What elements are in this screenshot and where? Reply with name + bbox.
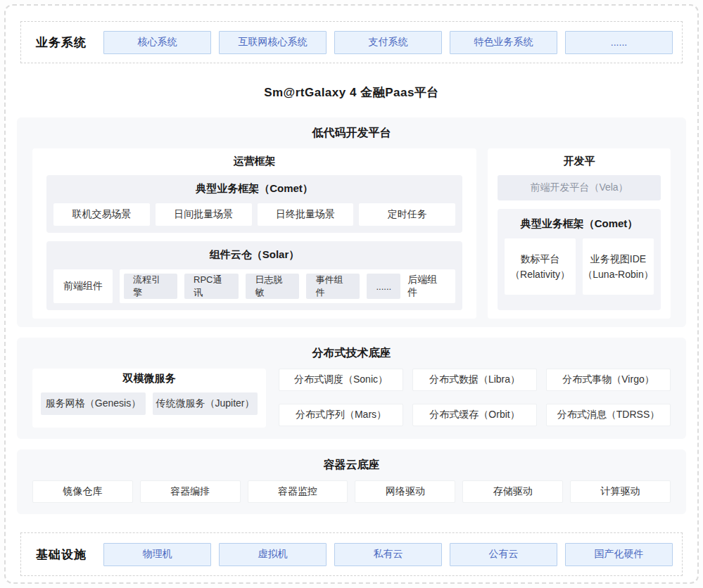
dev-item-relativity-name: 数标平台 [521,251,560,267]
distributed-items-grid: 分布式调度（Sonic） 分布式数据（Libra） 分布式事物（Virgo） 分… [279,369,671,428]
dist-scheduling-sonic: 分布式调度（Sonic） [279,369,403,391]
infra-public-cloud[interactable]: 公有云 [450,543,557,566]
solar-title: 组件云仓（Solar） [53,245,455,264]
biz-internet-core-system[interactable]: 互联网核心系统 [219,31,327,54]
dev-item-luna-robin: 业务视图IDE （Luna-Robin） [583,238,654,295]
lowcode-platform-section: 低代码开发平台 运营框架 典型业务框架（Comet） 联机交易场景 日间批量场景… [17,117,686,327]
solar-log-masking: 日志脱敏 [246,274,299,299]
container-cloud-grid: 镜像仓库 容器编排 容器监控 网络驱动 存储驱动 计算驱动 [32,480,671,503]
infrastructure-label: 基础设施 [27,547,96,563]
distributed-base-title: 分布式技术底座 [32,345,671,362]
operation-framework-card: 运营框架 典型业务框架（Comet） 联机交易场景 日间批量场景 日终批量场景 … [32,148,476,319]
dual-mode-microservice-card: 双模微服务 服务网格（Genesis） 传统微服务（Jupiter） [32,369,266,428]
dev-item-relativity-code: （Relativity） [510,267,570,282]
dev-item-relativity: 数标平台 （Relativity） [505,238,576,295]
comet-items-grid: 联机交易场景 日间批量场景 日终批量场景 定时任务 [53,203,455,226]
business-systems-row: 业务系统 核心系统 互联网核心系统 支付系统 特色业务系统 ...... [20,21,683,63]
business-systems-label: 业务系统 [27,34,96,51]
comet-framework-subcard: 典型业务框架（Comet） 联机交易场景 日间批量场景 日终批量场景 定时任务 [46,175,462,233]
dev-comet-title: 典型业务框架（Comet） [505,215,654,233]
dev-platform-card: 开发平 前端开发平台（Vela） 典型业务框架（Comet） 数标平台 （Rel… [488,148,671,319]
traditional-microservice-jupiter: 传统微服务（Jupiter） [153,392,258,415]
solar-rpc-comm: RPC通讯 [184,274,239,299]
compute-driver: 计算驱动 [570,480,671,503]
solar-process-engine: 流程引擎 [124,274,177,299]
solar-event-component: 事件组件 [306,274,360,299]
storage-driver: 存储驱动 [462,480,563,503]
service-mesh-genesis: 服务网格（Genesis） [41,392,146,415]
dual-mode-chips: 服务网格（Genesis） 传统微服务（Jupiter） [41,392,258,415]
comet-framework-title: 典型业务框架（Comet） [53,179,455,198]
infra-private-cloud[interactable]: 私有云 [334,543,442,566]
dev-item-luna-robin-code: （Luna-Robin） [583,267,653,282]
comet-daytime-batch: 日间批量场景 [156,203,252,226]
network-driver: 网络驱动 [355,480,455,503]
dev-platform-title: 开发平 [498,153,661,170]
solar-more: ...... [367,274,400,299]
solar-row: 前端组件 流程引擎 RPC通讯 日志脱敏 事件组件 ...... 后端组件 [53,269,455,303]
image-registry: 镜像仓库 [32,480,133,503]
page-title: Sm@rtGalaxy 4 金融Paas平台 [6,84,697,101]
biz-core-system[interactable]: 核心系统 [103,31,211,54]
vela-frontend-platform: 前端开发平台（Vela） [498,175,661,200]
distributed-content: 双模微服务 服务网格（Genesis） 传统微服务（Jupiter） 分布式调度… [32,369,671,428]
dist-sequence-mars: 分布式序列（Mars） [279,404,403,426]
solar-subcard: 组件云仓（Solar） 前端组件 流程引擎 RPC通讯 日志脱敏 事件组件 ..… [46,241,462,310]
lowcode-section-title: 低代码开发平台 [32,124,671,141]
container-orchestration: 容器编排 [140,480,241,503]
infrastructure-row: 基础设施 物理机 虚拟机 私有云 公有云 国产化硬件 [20,532,683,576]
dist-data-libra: 分布式数据（Libra） [412,369,537,391]
container-cloud-title: 容器云底座 [32,456,671,473]
comet-online-transaction: 联机交易场景 [53,203,150,226]
container-monitoring: 容器监控 [248,480,348,503]
biz-more[interactable]: ...... [565,31,673,54]
container-cloud-section: 容器云底座 镜像仓库 容器编排 容器监控 网络驱动 存储驱动 计算驱动 [17,449,686,514]
dev-items-grid: 数标平台 （Relativity） 业务视图IDE （Luna-Robin） [505,238,654,295]
comet-eod-batch: 日终批量场景 [258,203,354,226]
comet-scheduled-task: 定时任务 [359,203,455,226]
dual-mode-title: 双模微服务 [41,370,258,387]
infra-virtual-machine[interactable]: 虚拟机 [219,543,327,566]
dist-message-tdrss: 分布式消息（TDRSS） [546,404,671,426]
distributed-base-section: 分布式技术底座 双模微服务 服务网格（Genesis） 传统微服务（Jupite… [17,338,686,439]
lowcode-content: 运营框架 典型业务框架（Comet） 联机交易场景 日间批量场景 日终批量场景 … [32,148,671,319]
dist-cache-orbit: 分布式缓存（Orbit） [412,404,537,426]
solar-front-component: 前端组件 [53,269,113,303]
operation-framework-title: 运营框架 [46,153,462,170]
dev-comet-subcard: 典型业务框架（Comet） 数标平台 （Relativity） 业务视图IDE … [498,209,661,310]
biz-payment-system[interactable]: 支付系统 [334,31,442,54]
solar-strip: 流程引擎 RPC通讯 日志脱敏 事件组件 ...... 后端组件 [120,269,455,303]
dist-transaction-virgo: 分布式事物（Virgo） [546,369,671,391]
infra-physical-machine[interactable]: 物理机 [103,543,211,566]
dev-item-luna-robin-name: 业务视图IDE [590,251,646,267]
solar-back-component: 后端组件 [407,274,448,299]
diagram-outer-frame: 业务系统 核心系统 互联网核心系统 支付系统 特色业务系统 ...... Sm@… [4,4,699,584]
infra-domestic-hardware[interactable]: 国产化硬件 [565,543,673,566]
biz-special-business-system[interactable]: 特色业务系统 [450,31,557,54]
